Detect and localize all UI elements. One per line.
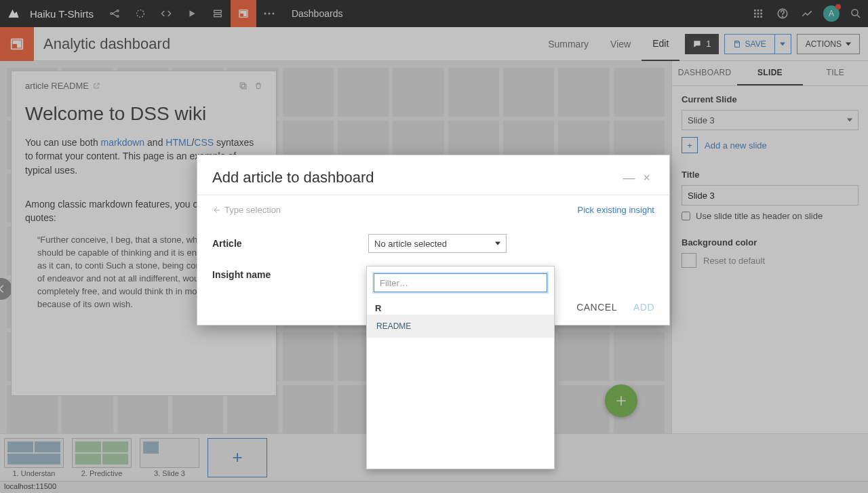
cancel-button[interactable]: CANCEL bbox=[576, 302, 617, 313]
dropdown-group-header: R bbox=[367, 299, 554, 315]
article-select[interactable]: No article selected bbox=[368, 234, 507, 253]
close-icon[interactable]: × bbox=[639, 171, 654, 185]
minimize-icon[interactable]: — bbox=[618, 171, 639, 185]
dropdown-item-readme[interactable]: README bbox=[367, 315, 554, 338]
article-dropdown-panel: R README bbox=[366, 266, 555, 469]
add-button[interactable]: ADD bbox=[633, 302, 654, 313]
modal-title: Add article to dashboard bbox=[212, 169, 618, 186]
pick-existing-insight-link[interactable]: Pick existing insight bbox=[578, 205, 654, 215]
type-selection-back[interactable]: Type selection bbox=[212, 205, 281, 215]
dropdown-filter-input[interactable] bbox=[374, 273, 547, 292]
article-field-label: Article bbox=[212, 238, 368, 249]
insight-name-label: Insight name bbox=[212, 269, 368, 280]
